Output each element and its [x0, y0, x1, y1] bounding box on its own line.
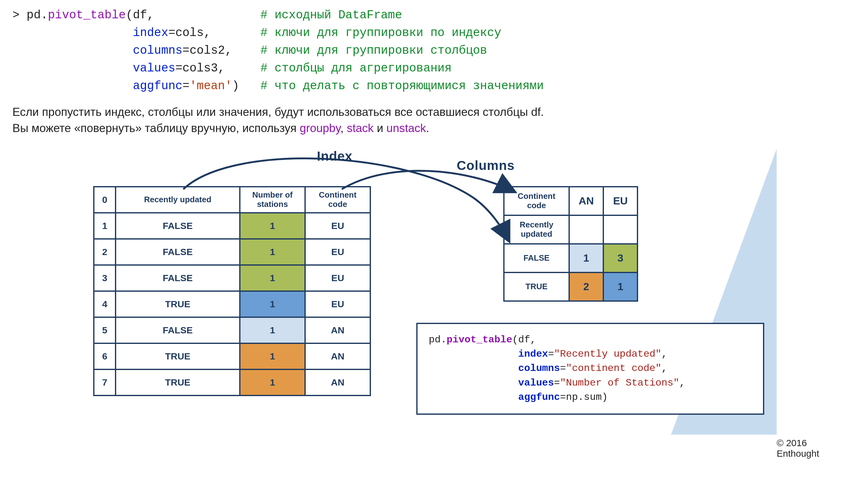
code-signature: > pd.pivot_table(df, # исходный DataFram…: [12, 6, 856, 95]
link-groupby: groupby: [300, 122, 340, 134]
source-table: 0 Recently updated Number ofstations Con…: [93, 186, 371, 396]
table-row: 6TRUE1AN: [94, 343, 370, 369]
table-row: 1FALSE1EU: [94, 213, 370, 239]
link-stack: stack: [347, 122, 373, 134]
table-row: 4TRUE1EU: [94, 291, 370, 317]
explanation-text: Если пропустить индекс, столбцы или знач…: [12, 104, 856, 136]
label-index: Index: [317, 149, 352, 164]
copyright: © 2016 Enthought: [777, 438, 819, 459]
table-row: 3FALSE1EU: [94, 265, 370, 291]
table-row: 2FALSE1EU: [94, 239, 370, 265]
link-unstack: unstack: [386, 122, 426, 134]
table-header-row: 0 Recently updated Number ofstations Con…: [94, 187, 370, 213]
label-columns: Columns: [457, 158, 515, 173]
table-row: 5FALSE1AN: [94, 317, 370, 343]
table-row: 7TRUE1AN: [94, 369, 370, 396]
example-code: pd.pivot_table(df, index="Recently updat…: [416, 323, 764, 415]
pivot-table: Continentcode AN EU Recentlyupdated FALS…: [503, 186, 638, 302]
diagram: Index Columns 0 Recently updated Number …: [93, 149, 777, 453]
